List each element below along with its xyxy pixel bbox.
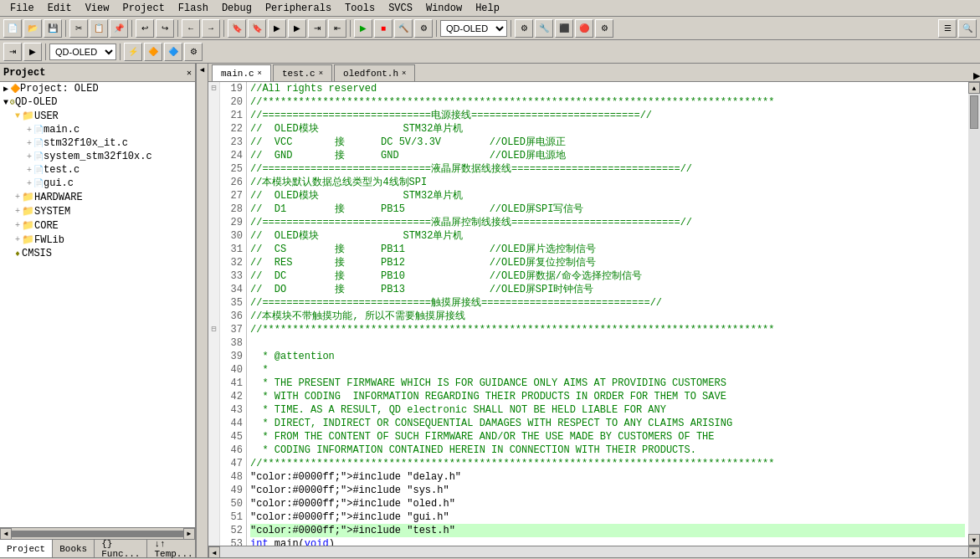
nav-fwd[interactable]: → [202,19,220,38]
tab-project[interactable]: Project [0,540,53,557]
tab-main-c[interactable]: main.c × [212,64,271,81]
rebuild-btn[interactable]: ⚙ [414,19,433,38]
menu-svcs[interactable]: SVCS [382,1,419,16]
tree-hardware[interactable]: + 📁 HARDWARE [0,190,195,204]
tab-func[interactable]: {} Func... [95,540,147,557]
tab-test-c[interactable]: test.c × [273,64,332,81]
hscroll-left[interactable]: ◀ [208,546,220,557]
undo-btn[interactable]: ↩ [136,19,154,38]
flash3-btn[interactable]: 🔷 [164,43,182,61]
editor-tabs-bar: main.c × test.c × oledfont.h × ▶ [208,64,980,82]
menu-view[interactable]: View [79,1,116,16]
bookmark2-btn[interactable]: 🔖 [248,19,266,38]
tab-oledfont-h[interactable]: oledfont.h × [334,64,415,81]
run-btn[interactable]: ▶ [354,19,372,38]
vscroll-up[interactable]: ▲ [968,82,980,94]
sidebar-tree[interactable]: ▶ 🔶 Project: OLED ▼ ⚙ QD-OLED ▼ 📁 USER +… [0,82,195,527]
cut-btn[interactable]: ✂ [69,19,88,38]
tree-stm32-it[interactable]: + 📄 stm32f10x_it.c [0,136,195,150]
tool-btn1[interactable]: ⚙ [515,19,533,38]
tree-user[interactable]: ▼ 📁 USER [0,109,195,123]
vscroll-track[interactable] [968,94,980,534]
tree-system-folder[interactable]: + 📁 SYSTEM [0,204,195,218]
scroll-left-btn[interactable]: ◀ [0,528,12,540]
view-btn[interactable]: ☰ [938,19,957,38]
tool-btn4[interactable]: 🔴 [575,19,593,38]
open-btn[interactable]: 📂 [23,19,42,38]
tree-label-project: Project: OLED [20,83,99,95]
tool-btn3[interactable]: ⬛ [555,19,573,38]
code-container[interactable]: ⊟ [208,82,980,546]
bookmark3-btn[interactable]: ▶ [268,19,286,38]
menu-debug[interactable]: Debug [215,1,259,16]
tab-mainc-close[interactable]: × [258,69,262,78]
tab-temp[interactable]: ↓↑ Temp... [147,540,200,557]
bookmark-btn[interactable]: 🔖 [228,19,246,38]
sidebar: Project ✕ ▶ 🔶 Project: OLED ▼ ⚙ QD-OLED … [0,64,197,557]
tree-label-qd: QD-OLED [15,96,57,108]
vscroll-thumb[interactable] [970,95,978,129]
hscroll-right[interactable]: ▶ [968,546,980,557]
hscroll-track[interactable] [220,546,968,557]
tab-testc-label: test.c [282,69,316,79]
project-icon: 🔶 [10,84,20,94]
menu-file[interactable]: File [3,1,41,16]
build-btn[interactable]: 🔨 [394,19,413,38]
tab-scroll-right[interactable]: ▶ [973,70,980,81]
search-btn[interactable]: 🔍 [958,19,977,38]
collapse-btn[interactable]: ◀ [200,65,204,74]
copy-btn[interactable]: 📋 [90,19,108,38]
new-btn[interactable]: 📄 [3,19,22,38]
menu-project[interactable]: Project [115,1,171,16]
menu-flash[interactable]: Flash [172,1,215,16]
tree-qd-oled[interactable]: ▼ ⚙ QD-OLED [0,95,195,109]
target-combo2[interactable]: QD-OLED [49,44,116,60]
menu-edit[interactable]: Edit [41,1,79,16]
redo-btn[interactable]: ↪ [156,19,174,38]
menu-peripherals[interactable]: Peripherals [259,1,338,16]
code-editor[interactable]: //All rights reserved//*****************… [247,82,968,546]
tab-temp-label: ↓↑ Temp... [154,539,192,559]
outdent-btn[interactable]: ⇤ [328,19,346,38]
tool-btn5[interactable]: ⚙ [595,19,613,38]
sidebar-header: Project ✕ [0,64,195,82]
tool-btn2[interactable]: 🔧 [535,19,553,38]
vscroll-down[interactable]: ▼ [968,534,980,546]
nav-back[interactable]: ← [182,19,200,38]
scroll-right-btn[interactable]: ▶ [183,528,195,540]
hscrollbar[interactable]: ◀ ▶ [208,546,980,557]
menu-tools[interactable]: Tools [338,1,382,16]
stop-btn[interactable]: ■ [374,19,393,38]
tab-testc-close[interactable]: × [319,69,323,78]
sidebar-close-btn[interactable]: ✕ [187,68,192,78]
menu-window[interactable]: Window [419,1,469,16]
tab-books[interactable]: Books [53,540,95,557]
tree-label-user: USER [34,110,59,122]
tree-gui-c[interactable]: + 📄 gui.c [0,177,195,190]
flash-btn[interactable]: ⚡ [124,43,142,61]
tree-project-oled[interactable]: ▶ 🔶 Project: OLED [0,82,195,95]
target-combo[interactable]: QD-OLED [440,20,507,37]
vscrollbar[interactable]: ▲ ▼ [968,82,980,546]
tree-main-c[interactable]: + 📄 main.c [0,123,195,136]
tree-fwlib[interactable]: + 📁 FWLib [0,233,195,247]
tab-oldfont-close[interactable]: × [402,69,406,78]
flash4-btn[interactable]: ⚙ [184,43,203,61]
expand-icon-fw: + [15,235,20,244]
bookmark4-btn[interactable]: ▶ [288,19,306,38]
dbg-step-btn[interactable]: ⇥ [3,43,22,61]
sidebar-hscroll[interactable]: ◀ ▶ [0,527,195,539]
indent-btn[interactable]: ⇥ [308,19,326,38]
expand-icon-core: + [15,221,20,230]
tree-core[interactable]: + 📁 CORE [0,218,195,233]
tree-system[interactable]: + 📄 system_stm32f10x.c [0,150,195,163]
save-btn[interactable]: 💾 [44,19,62,38]
paste-btn[interactable]: 📌 [110,19,128,38]
tree-test-c[interactable]: + 📄 test.c [0,163,195,177]
tree-cmsis[interactable]: ♦ CMSIS [0,247,195,260]
dbg-run2[interactable]: ▶ [23,43,42,61]
scroll-track[interactable] [12,531,183,537]
expand-icon-cmsis: ♦ [15,249,20,259]
flash2-btn[interactable]: 🔶 [144,43,162,61]
menu-help[interactable]: Help [469,1,506,16]
